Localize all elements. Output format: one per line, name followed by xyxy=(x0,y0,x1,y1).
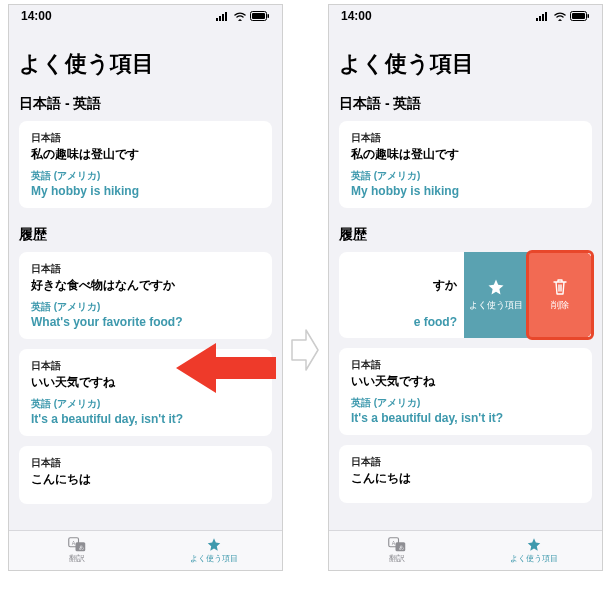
swiped-row[interactable]: 日本語 すか 英語 (アメリカ) e food? よく使う項目 削除 xyxy=(339,252,592,338)
svg-rect-16 xyxy=(572,13,585,19)
favorite-card[interactable]: 日本語 私の趣味は登山です 英語 (アメリカ) My hobby is hiki… xyxy=(339,121,592,208)
trg-label: 英語 (アメリカ) xyxy=(351,396,580,410)
src-text-clipped: すか xyxy=(339,277,457,294)
tab-label: よく使う項目 xyxy=(510,553,558,564)
trg-label: 英語 (アメリカ) xyxy=(351,169,580,183)
action-label: よく使う項目 xyxy=(469,299,523,312)
page-title: よく使う項目 xyxy=(339,49,592,79)
battery-icon xyxy=(570,11,590,21)
swipe-delete-button[interactable]: 削除 xyxy=(528,252,592,338)
svg-rect-13 xyxy=(542,14,544,21)
star-icon xyxy=(487,278,505,296)
svg-rect-6 xyxy=(268,14,270,18)
src-text: 好きな食べ物はなんですか xyxy=(31,277,260,294)
src-text: 私の趣味は登山です xyxy=(351,146,580,163)
history-heading: 履歴 xyxy=(339,226,592,244)
star-icon xyxy=(525,537,543,552)
tab-translate[interactable]: Aあ 翻訳 xyxy=(329,531,466,570)
trg-text: What's your favorite food? xyxy=(31,315,260,329)
tab-translate[interactable]: Aあ 翻訳 xyxy=(9,531,146,570)
svg-text:A: A xyxy=(72,540,76,546)
status-time: 14:00 xyxy=(341,9,372,23)
language-pair: 日本語 - 英語 xyxy=(339,95,592,113)
src-label: 日本語 xyxy=(351,131,580,145)
status-icons xyxy=(536,11,590,21)
trg-label: 英語 (アメリカ) xyxy=(31,397,260,411)
src-text: こんにちは xyxy=(351,470,580,487)
history-card[interactable]: 日本語 好きな食べ物はなんですか 英語 (アメリカ) What's your f… xyxy=(19,252,272,339)
trg-text-clipped: e food? xyxy=(339,315,457,329)
status-bar: 14:00 xyxy=(329,5,602,27)
trg-label: 英語 (アメリカ) xyxy=(339,300,457,314)
svg-rect-5 xyxy=(252,13,265,19)
tab-label: 翻訳 xyxy=(69,553,85,564)
status-bar: 14:00 xyxy=(9,5,282,27)
svg-text:あ: あ xyxy=(399,544,404,550)
history-heading: 履歴 xyxy=(19,226,272,244)
status-icons xyxy=(216,11,270,21)
transition-arrow-icon xyxy=(290,326,320,374)
battery-icon xyxy=(250,11,270,21)
svg-rect-2 xyxy=(222,14,224,21)
svg-text:A: A xyxy=(392,540,396,546)
wifi-icon xyxy=(553,11,567,21)
tab-label: よく使う項目 xyxy=(190,553,238,564)
src-label: 日本語 xyxy=(31,131,260,145)
wifi-icon xyxy=(233,11,247,21)
src-label: 日本語 xyxy=(351,358,580,372)
svg-rect-3 xyxy=(225,12,227,21)
history-card[interactable]: 日本語 いい天気ですね 英語 (アメリカ) It's a beautiful d… xyxy=(19,349,272,436)
src-label: 日本語 xyxy=(31,456,260,470)
trash-icon xyxy=(552,278,568,296)
svg-rect-11 xyxy=(536,18,538,21)
svg-text:あ: あ xyxy=(79,544,84,550)
status-time: 14:00 xyxy=(21,9,52,23)
trg-text: My hobby is hiking xyxy=(31,184,260,198)
tab-favorites[interactable]: よく使う項目 xyxy=(146,531,283,570)
signal-icon xyxy=(536,11,550,21)
translate-icon: Aあ xyxy=(68,537,86,552)
scroll-content[interactable]: よく使う項目 日本語 - 英語 日本語 私の趣味は登山です 英語 (アメリカ) … xyxy=(329,27,602,532)
src-text: 私の趣味は登山です xyxy=(31,146,260,163)
phone-left: 14:00 よく使う項目 日本語 - 英語 日本語 私の趣味は登山です 英語 (… xyxy=(8,4,283,571)
language-pair: 日本語 - 英語 xyxy=(19,95,272,113)
trg-label: 英語 (アメリカ) xyxy=(31,300,260,314)
trg-text: It's a beautiful day, isn't it? xyxy=(31,412,260,426)
src-text: こんにちは xyxy=(31,471,260,488)
page-title: よく使う項目 xyxy=(19,49,272,79)
favorite-card[interactable]: 日本語 私の趣味は登山です 英語 (アメリカ) My hobby is hiki… xyxy=(19,121,272,208)
src-text: いい天気ですね xyxy=(31,374,260,391)
tab-favorites[interactable]: よく使う項目 xyxy=(466,531,603,570)
trg-label: 英語 (アメリカ) xyxy=(31,169,260,183)
trg-text: It's a beautiful day, isn't it? xyxy=(351,411,580,425)
tab-bar: Aあ 翻訳 よく使う項目 xyxy=(329,530,602,570)
history-card[interactable]: 日本語 こんにちは xyxy=(339,445,592,503)
star-icon xyxy=(205,537,223,552)
translate-icon: Aあ xyxy=(388,537,406,552)
svg-rect-1 xyxy=(219,16,221,21)
tab-label: 翻訳 xyxy=(389,553,405,564)
svg-rect-17 xyxy=(588,14,590,18)
svg-rect-12 xyxy=(539,16,541,21)
history-card[interactable]: 日本語 いい天気ですね 英語 (アメリカ) It's a beautiful d… xyxy=(339,348,592,435)
action-label: 削除 xyxy=(551,299,569,312)
src-label: 日本語 xyxy=(31,262,260,276)
src-label: 日本語 xyxy=(351,455,580,469)
src-label: 日本語 xyxy=(339,262,457,276)
swipe-favorite-button[interactable]: よく使う項目 xyxy=(464,252,528,338)
signal-icon xyxy=(216,11,230,21)
history-card[interactable]: 日本語 こんにちは xyxy=(19,446,272,504)
scroll-content[interactable]: よく使う項目 日本語 - 英語 日本語 私の趣味は登山です 英語 (アメリカ) … xyxy=(9,27,282,532)
phone-right: 14:00 よく使う項目 日本語 - 英語 日本語 私の趣味は登山です 英語 (… xyxy=(328,4,603,571)
tab-bar: Aあ 翻訳 よく使う項目 xyxy=(9,530,282,570)
src-label: 日本語 xyxy=(31,359,260,373)
src-text: いい天気ですね xyxy=(351,373,580,390)
trg-text: My hobby is hiking xyxy=(351,184,580,198)
svg-rect-14 xyxy=(545,12,547,21)
svg-rect-0 xyxy=(216,18,218,21)
